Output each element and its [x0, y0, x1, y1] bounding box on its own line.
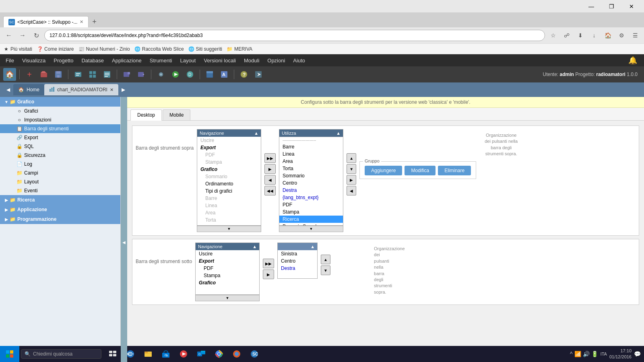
list-item-tipi-grafici[interactable]: Tipi di grafici [197, 187, 261, 195]
move-all-left-button[interactable]: ◀◀ [264, 186, 276, 195]
list-item-linea-r[interactable]: Linea [279, 150, 343, 158]
list-item-ricerca[interactable]: Ricerca [279, 216, 343, 223]
sidebar-item-layout[interactable]: 📁 Layout [0, 177, 120, 186]
bookmark-siti[interactable]: 🌐 Siti suggeriti [189, 46, 222, 52]
bookmark-piu-visitati[interactable]: ★ Più visitati [3, 46, 32, 52]
menu-file[interactable]: File [2, 56, 18, 65]
tray-volume-icon[interactable]: 🔊 [583, 351, 590, 357]
taskbar-chrome[interactable] [211, 346, 227, 362]
properties-button[interactable] [72, 68, 85, 81]
help-button[interactable]: ? [237, 68, 250, 81]
maximize-button[interactable]: ❐ [602, 0, 621, 13]
menu-layout[interactable]: Layout [176, 56, 200, 65]
sidebar-toggle-button[interactable]: ◀ [121, 97, 127, 362]
list-item-uscire-b[interactable]: Uscire [196, 250, 259, 257]
menu-strumenti[interactable]: Strumenti [146, 56, 176, 65]
move-down-button[interactable]: ▼ [347, 164, 356, 174]
list-item-destra-b[interactable]: Destra [278, 265, 317, 272]
back-button[interactable]: ← [3, 30, 14, 41]
move-all-right-button[interactable]: ▶▶ [264, 153, 276, 163]
nav-list-scroll-up[interactable]: ▲ [254, 131, 258, 136]
list-item-centro-b[interactable]: Centro [278, 257, 317, 265]
save-button[interactable] [52, 68, 65, 81]
list-item-destra[interactable]: Destra [279, 187, 343, 194]
minimize-button[interactable]: — [582, 0, 601, 13]
move-left-side-button[interactable]: ◀ [347, 186, 356, 195]
move-right-side-button[interactable]: ▶ [347, 175, 356, 185]
notifications-icon[interactable]: 💬 [634, 351, 641, 357]
list-item-sommario-r[interactable]: Sommario [279, 172, 343, 179]
delete-button[interactable]: Eliminare [438, 166, 471, 175]
sidebar-item-eventi[interactable]: 📁 Eventi [0, 186, 120, 195]
right-list-scroll-up[interactable]: ▲ [336, 131, 341, 136]
bookmark-webslice[interactable]: 🌐 Raccolta Web Slice [135, 46, 184, 52]
menu-opzioni[interactable]: Opzioni [263, 56, 289, 65]
tab-nav-left[interactable]: ◀ [3, 85, 13, 94]
close-button[interactable]: ✕ [622, 0, 641, 13]
tray-arrow-icon[interactable]: ^ [570, 351, 573, 357]
list-button[interactable] [101, 68, 114, 81]
list-item-lang-btns[interactable]: {lang_btns_expt} [279, 194, 343, 201]
list-item-barre[interactable]: Barre [197, 195, 261, 202]
sidebar-item-sicurezza[interactable]: 🔒 Sicurezza [0, 151, 120, 160]
home-icon[interactable]: 🏠 [602, 30, 613, 41]
sidebar-item-grafici[interactable]: ○ Grafici [0, 107, 120, 115]
right-list-scroll-down[interactable]: ▼ [279, 226, 343, 232]
tab-chart[interactable]: chart_RADIOAMATORI ✕ [44, 84, 118, 95]
list-item-export-bold[interactable]: Export [197, 144, 261, 151]
settings-toolbar-button[interactable] [155, 68, 167, 81]
taskbar-search[interactable]: 🔍 Chiedimi qualcosa [21, 349, 101, 359]
list-item-dynamic-search[interactable]: Dynamic Search [279, 223, 343, 226]
tab-nav-right[interactable]: ▶ [118, 85, 128, 94]
list-item-uscire[interactable]: Uscire [197, 137, 261, 144]
url-bar[interactable] [44, 30, 545, 41]
move-up-button-b[interactable]: ▲ [321, 255, 330, 264]
nav-list-scroll-down[interactable]: ▼ [197, 226, 261, 232]
play-button[interactable] [169, 68, 182, 81]
refresh-button[interactable]: ↻ [31, 30, 42, 41]
add-button[interactable]: Aggiungere [365, 166, 402, 175]
move-up-button[interactable]: ▲ [347, 153, 356, 163]
open-button[interactable] [37, 68, 50, 81]
edit-button[interactable]: Modifica [405, 166, 436, 175]
taskbar-sc[interactable]: SC [246, 346, 262, 362]
list-item-sommario[interactable]: Sommario [197, 173, 261, 180]
menu-versioni[interactable]: Versioni locali [200, 56, 240, 65]
nav-list-bottom-scroll-up[interactable]: ▲ [252, 244, 257, 249]
sidebar-item-sql[interactable]: 🔒 SQL [0, 142, 120, 151]
reader-icon[interactable]: ☍ [561, 30, 572, 41]
menu-visualizza[interactable]: Visualizza [18, 56, 50, 65]
tray-network-icon[interactable]: 📶 [574, 351, 581, 357]
taskbar-store[interactable]: 🛍 [158, 346, 174, 362]
tray-battery-icon[interactable]: 🔋 [591, 351, 598, 357]
content-scroll[interactable]: Barra degli strumenti sopra Navigazione … [127, 121, 644, 362]
move-all-right-button-b[interactable]: ▶▶ [263, 259, 274, 268]
nav-list-bottom-scroll-down[interactable]: ▼ [195, 295, 260, 301]
menu-moduli[interactable]: Moduli [240, 56, 263, 65]
list-item-torta[interactable]: Torta [197, 216, 261, 224]
tab-desktop[interactable]: Desktop [130, 109, 162, 121]
list-item-area[interactable]: Area [197, 209, 261, 216]
logout-button[interactable] [252, 68, 265, 81]
sidebar-group-applicazione[interactable]: ▶ 📁 Applicazione [0, 205, 120, 214]
sidebar-group-programmazione[interactable]: ▶ 📁 Programmazione [0, 214, 120, 224]
chart-tab-close-icon[interactable]: ✕ [110, 87, 114, 93]
export-button[interactable] [120, 68, 133, 81]
list-item-torta-r[interactable]: Torta [279, 165, 343, 172]
move-right-button[interactable]: ▶ [264, 164, 276, 174]
list-item-linea[interactable]: Linea [197, 202, 261, 209]
list-item-stampa-r[interactable]: Stampa [279, 208, 343, 216]
home-toolbar-button[interactable]: 🏠 [3, 68, 16, 81]
taskbar-explorer[interactable] [140, 346, 156, 362]
list-item-ordinamento[interactable]: Ordinamento [197, 180, 261, 187]
tab-mobile[interactable]: Mobile [163, 109, 190, 120]
list-item-grafico-bold[interactable]: Grafico [197, 166, 261, 173]
new-tab-button[interactable]: + [89, 16, 100, 27]
list-item-pdf-r[interactable]: PDF [279, 201, 343, 208]
debug-button[interactable]: D [184, 68, 196, 81]
forward-button[interactable]: → [17, 30, 28, 41]
list-item-grafico-b[interactable]: Grafico [196, 279, 259, 286]
pocket-icon[interactable]: ⬇ [575, 30, 586, 41]
list-item-centro[interactable]: Centro [279, 179, 343, 187]
menu-aiuto[interactable]: Aiuto [289, 56, 309, 65]
